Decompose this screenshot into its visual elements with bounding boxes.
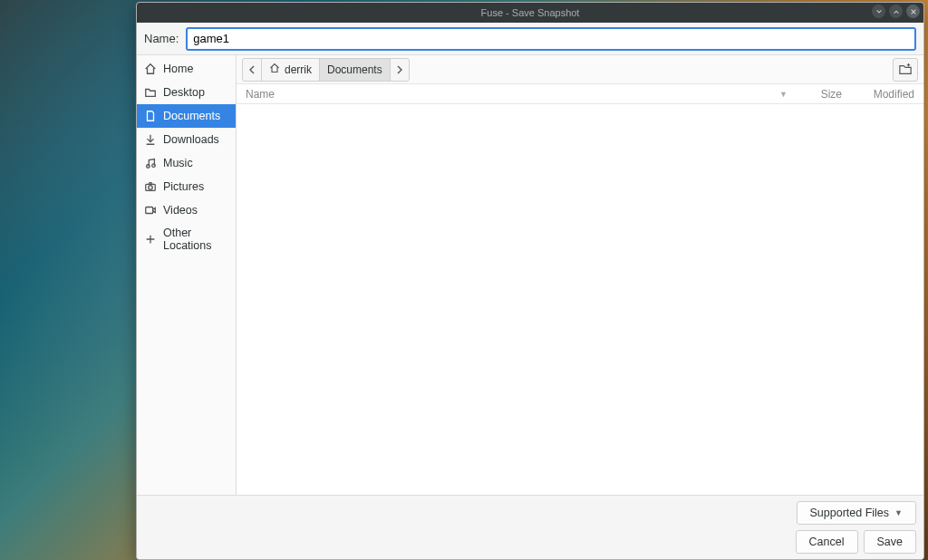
pathbar-row: derrik Documents xyxy=(237,55,923,84)
file-list[interactable] xyxy=(237,104,923,495)
filename-row: Name: xyxy=(137,23,923,55)
chevron-down-icon: ▼ xyxy=(894,508,903,517)
dialog-body: Home Desktop Documents Downloads Music xyxy=(137,55,923,495)
column-header-modified[interactable]: Modified xyxy=(842,88,914,101)
document-icon xyxy=(144,110,157,122)
pathbar-back-button[interactable] xyxy=(243,59,262,81)
columns-header: Name ▼ Size Modified xyxy=(237,84,923,104)
home-icon xyxy=(269,63,280,76)
sidebar-item-label: Music xyxy=(163,157,193,169)
download-icon xyxy=(144,133,157,146)
sidebar-item-label: Documents xyxy=(163,110,220,122)
save-dialog: Fuse - Save Snapshot Name: xyxy=(136,2,924,560)
column-header-name[interactable]: Name xyxy=(246,88,779,101)
svg-point-3 xyxy=(149,186,152,189)
svg-rect-4 xyxy=(146,208,153,214)
sidebar-item-videos[interactable]: Videos xyxy=(137,198,236,222)
sidebar-item-label: Other Locations xyxy=(163,227,228,252)
sidebar-item-label: Pictures xyxy=(163,180,204,193)
file-type-filter[interactable]: Supported Files ▼ xyxy=(797,501,916,525)
titlebar: Fuse - Save Snapshot xyxy=(137,3,923,23)
sidebar-item-music[interactable]: Music xyxy=(137,151,236,175)
close-button[interactable] xyxy=(906,5,920,18)
sidebar-item-desktop[interactable]: Desktop xyxy=(137,81,236,104)
pathbar-segment-current[interactable]: Documents xyxy=(320,59,391,81)
sidebar-item-label: Downloads xyxy=(163,133,219,146)
save-button[interactable]: Save xyxy=(864,530,917,554)
sort-indicator-icon: ▼ xyxy=(779,90,788,99)
places-sidebar: Home Desktop Documents Downloads Music xyxy=(137,55,237,495)
filter-row: Supported Files ▼ xyxy=(144,501,916,525)
sidebar-item-documents[interactable]: Documents xyxy=(137,104,236,128)
cancel-button[interactable]: Cancel xyxy=(796,530,858,554)
pathbar-segment-home[interactable]: derrik xyxy=(262,59,320,81)
file-browser: derrik Documents N xyxy=(237,55,923,495)
window-controls xyxy=(872,5,920,18)
pathbar-segment-label: derrik xyxy=(285,63,312,76)
dialog-footer: Supported Files ▼ Cancel Save xyxy=(137,495,923,559)
pathbar-forward-button[interactable] xyxy=(391,59,409,81)
actions-row: Cancel Save xyxy=(144,530,916,554)
camera-icon xyxy=(144,180,157,193)
filename-label: Name: xyxy=(144,32,179,45)
folder-icon xyxy=(144,86,157,99)
sidebar-item-pictures[interactable]: Pictures xyxy=(137,175,236,198)
svg-point-1 xyxy=(152,164,156,168)
sidebar-item-home[interactable]: Home xyxy=(137,57,236,81)
column-header-size[interactable]: Size xyxy=(788,88,842,101)
sidebar-item-label: Home xyxy=(163,63,193,75)
new-folder-icon xyxy=(898,63,913,76)
filename-input[interactable] xyxy=(186,27,916,51)
sidebar-item-label: Videos xyxy=(163,204,198,217)
sidebar-item-other-locations[interactable]: Other Locations xyxy=(137,227,236,251)
window-title: Fuse - Save Snapshot xyxy=(481,7,580,18)
video-icon xyxy=(144,204,157,217)
sidebar-item-downloads[interactable]: Downloads xyxy=(137,128,236,151)
music-icon xyxy=(144,157,157,169)
plus-icon xyxy=(144,233,157,246)
maximize-button[interactable] xyxy=(889,5,903,18)
filter-label: Supported Files xyxy=(810,507,890,519)
home-icon xyxy=(144,63,157,75)
new-folder-button[interactable] xyxy=(893,58,918,82)
pathbar-segment-label: Documents xyxy=(327,63,382,76)
desktop-wallpaper: Fuse - Save Snapshot Name: xyxy=(0,0,928,560)
pathbar: derrik Documents xyxy=(242,58,410,82)
svg-point-0 xyxy=(147,165,150,169)
minimize-button[interactable] xyxy=(872,5,885,18)
sidebar-item-label: Desktop xyxy=(163,86,205,99)
